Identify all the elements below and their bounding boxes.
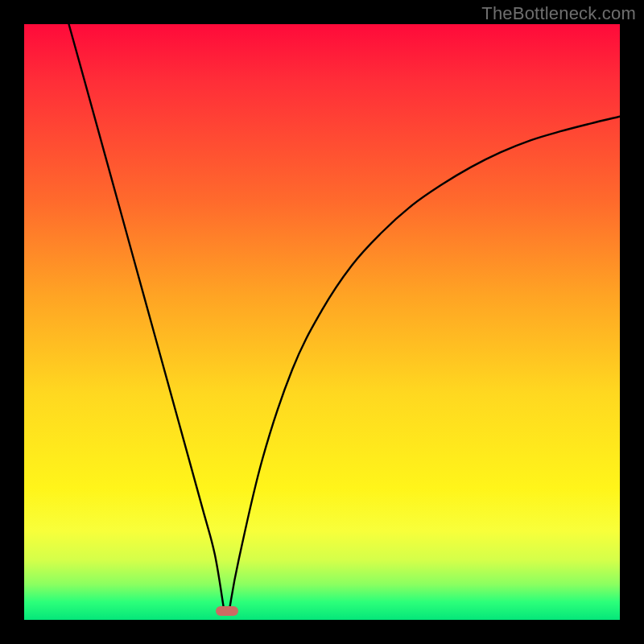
chart-frame: TheBottleneck.com [0, 0, 644, 644]
curve-layer [24, 24, 620, 620]
watermark-text: TheBottleneck.com [481, 3, 636, 24]
plot-area [24, 24, 620, 620]
curve-left-branch [69, 24, 224, 608]
curve-right-branch [229, 117, 620, 609]
optimum-marker [216, 606, 238, 616]
